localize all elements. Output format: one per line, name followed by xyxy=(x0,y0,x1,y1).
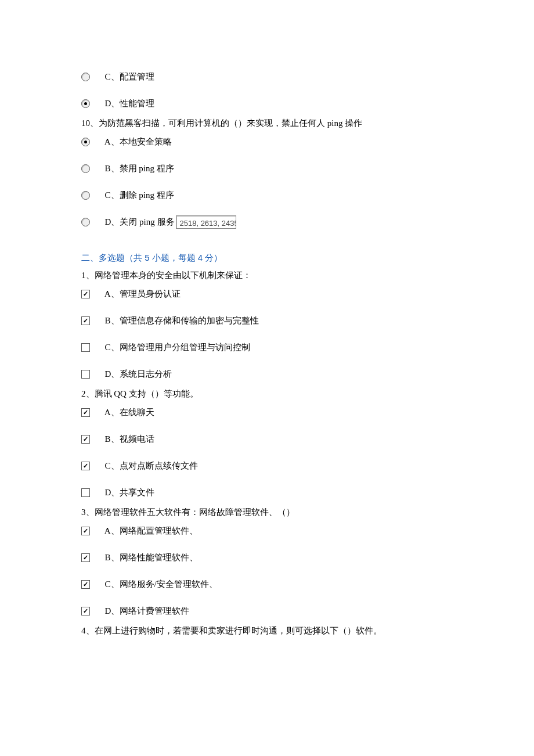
checkbox-icon[interactable] xyxy=(81,370,90,379)
option-label: B、视频电话 xyxy=(100,432,154,446)
question-10-text: 10、为防范黑客扫描，可利用计算机的（）来实现，禁止任何人 ping 操作 xyxy=(81,116,453,130)
checkbox-icon[interactable] xyxy=(81,408,90,417)
section-2-title: 二、多选题（共 5 小题，每题 4 分） xyxy=(81,251,453,265)
mc3-option-a: A、网络配置管理软件、 xyxy=(81,524,453,538)
mc1-text: 1、网络管理本身的安全由以下机制来保证： xyxy=(81,268,453,282)
radio-icon[interactable] xyxy=(81,99,90,108)
mc3-option-b: B、网络性能管理软件、 xyxy=(81,550,453,564)
mc1-option-b: B、管理信息存储和传输的加密与完整性 xyxy=(81,314,453,327)
mc1-option-c: C、网络管理用户分组管理与访问控制 xyxy=(81,340,453,354)
option-label: A、网络配置管理软件、 xyxy=(100,524,198,538)
mc3-text: 3、网络管理软件五大软件有：网络故障管理软件、（） xyxy=(81,505,453,519)
checkbox-icon[interactable] xyxy=(81,607,90,615)
prev-option-c: C、配置管理 xyxy=(81,70,453,84)
option-label: C、删除 ping 程序 xyxy=(100,188,174,202)
option-label: B、禁用 ping 程序 xyxy=(100,161,174,175)
radio-icon[interactable] xyxy=(81,138,90,146)
checkbox-icon[interactable] xyxy=(81,316,90,325)
radio-icon[interactable] xyxy=(81,73,90,81)
mc2-option-b: B、视频电话 xyxy=(81,432,453,446)
option-label: C、网络服务/安全管理软件、 xyxy=(100,577,218,591)
option-label: D、网络计费管理软件 xyxy=(100,604,189,618)
radio-icon[interactable] xyxy=(81,191,90,200)
q10-option-a: A、本地安全策略 xyxy=(81,135,453,149)
q10-option-d: D、关闭 ping 服务 2518, 2613, 2435 xyxy=(81,215,453,229)
mc2-option-a: A、在线聊天 xyxy=(81,405,453,419)
checkbox-icon[interactable] xyxy=(81,462,90,470)
option-label: D、系统日志分析 xyxy=(100,367,172,381)
mc2-option-d: D、共享文件 xyxy=(81,485,453,499)
option-label: A、管理员身份认证 xyxy=(100,287,181,301)
answer-input-box[interactable]: 2518, 2613, 2435 xyxy=(176,215,236,229)
mc3-option-d: D、网络计费管理软件 xyxy=(81,604,453,618)
option-label: C、网络管理用户分组管理与访问控制 xyxy=(100,340,250,354)
option-label: D、共享文件 xyxy=(100,485,154,499)
option-label: B、管理信息存储和传输的加密与完整性 xyxy=(100,314,259,327)
option-label: B、网络性能管理软件、 xyxy=(100,550,198,564)
option-label: A、本地安全策略 xyxy=(100,135,172,149)
prev-option-d: D、性能管理 xyxy=(81,96,453,110)
mc2-text: 2、腾讯 QQ 支持（）等功能。 xyxy=(81,387,453,401)
mc3-option-c: C、网络服务/安全管理软件、 xyxy=(81,577,453,591)
q10-option-b: B、禁用 ping 程序 xyxy=(81,161,453,175)
checkbox-icon[interactable] xyxy=(81,290,90,298)
radio-icon[interactable] xyxy=(81,218,90,226)
option-label: C、点对点断点续传文件 xyxy=(100,459,198,473)
checkbox-icon[interactable] xyxy=(81,343,90,352)
checkbox-icon[interactable] xyxy=(81,527,90,535)
option-label: D、性能管理 xyxy=(100,96,154,110)
option-label: C、配置管理 xyxy=(100,70,154,84)
radio-icon[interactable] xyxy=(81,164,90,173)
option-label: A、在线聊天 xyxy=(100,405,154,419)
mc2-option-c: C、点对点断点续传文件 xyxy=(81,459,453,473)
checkbox-icon[interactable] xyxy=(81,435,90,444)
mc1-option-d: D、系统日志分析 xyxy=(81,367,453,381)
checkbox-icon[interactable] xyxy=(81,580,90,589)
mc4-text: 4、在网上进行购物时，若需要和卖家进行即时沟通，则可选择以下（）软件。 xyxy=(81,624,453,638)
option-label: D、关闭 ping 服务 xyxy=(100,215,175,229)
mc1-option-a: A、管理员身份认证 xyxy=(81,287,453,301)
q10-option-c: C、删除 ping 程序 xyxy=(81,188,453,202)
checkbox-icon[interactable] xyxy=(81,553,90,562)
checkbox-icon[interactable] xyxy=(81,488,90,497)
